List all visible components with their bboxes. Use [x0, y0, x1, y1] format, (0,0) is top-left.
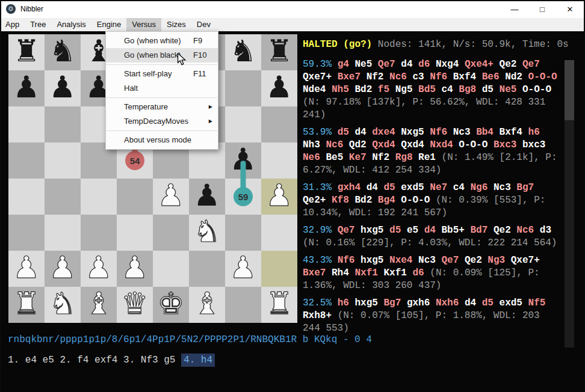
pv-move[interactable]: Nf5: [528, 298, 546, 308]
pv-move[interactable]: Ne5: [354, 59, 372, 70]
pv-move[interactable]: Nxg5: [401, 127, 424, 138]
pv-move[interactable]: d5: [383, 182, 395, 193]
pv-move[interactable]: Bxf4: [453, 72, 476, 82]
pv-move[interactable]: Nxg4: [436, 59, 459, 70]
pv-move[interactable]: Ne7: [430, 182, 447, 193]
pv-move[interactable]: Re1: [418, 152, 436, 163]
pv-move[interactable]: Nf6: [430, 127, 447, 138]
pv-move[interactable]: Qe2+: [303, 195, 326, 206]
pv-move[interactable]: c4: [453, 182, 465, 193]
close-button[interactable]: ✕: [556, 0, 584, 18]
menu-item-go-when-white-[interactable]: Go (when white)F9: [106, 34, 218, 48]
analysis-scrollbar-thumb[interactable]: [565, 60, 574, 120]
pv-move[interactable]: e5: [407, 225, 418, 236]
pv-move[interactable]: Qxe7+: [303, 72, 332, 82]
pv-move[interactable]: Qe7: [442, 255, 459, 266]
square-d4[interactable]: [117, 179, 153, 215]
menubar-item-analysis[interactable]: Analysis: [51, 18, 91, 31]
pv-move[interactable]: bxc3: [522, 139, 545, 150]
menu-item-go-when-black-[interactable]: Go (when black)F10: [106, 48, 218, 63]
square-e3[interactable]: [153, 215, 189, 251]
pv-move[interactable]: d3: [540, 225, 551, 236]
menu-item-halt[interactable]: Halt: [106, 81, 218, 96]
pv-move[interactable]: c4: [442, 84, 453, 95]
pv-move[interactable]: Nc3: [453, 127, 471, 138]
pv-move[interactable]: Qxe4+: [465, 59, 494, 70]
pv-move[interactable]: Nde4: [303, 84, 326, 95]
pv-move[interactable]: gxh4: [338, 182, 361, 193]
pv-move[interactable]: h6: [528, 127, 540, 138]
pv-move[interactable]: Qe7: [522, 59, 540, 70]
pv-move[interactable]: exd5: [500, 298, 522, 308]
pv-move[interactable]: Bd7: [471, 225, 488, 236]
pv-move[interactable]: Qxd4: [401, 139, 424, 150]
pv-move[interactable]: Ng5: [395, 84, 413, 95]
pv-move[interactable]: Nxd4: [430, 139, 453, 150]
pv-move[interactable]: Nc3: [494, 182, 511, 193]
square-g6[interactable]: [225, 106, 261, 142]
pv-move[interactable]: Qxd4: [372, 139, 395, 150]
pv-move[interactable]: O-O-O: [528, 72, 557, 82]
square-e2[interactable]: [153, 251, 189, 287]
pv-move[interactable]: Nh5: [332, 84, 349, 95]
menu-item-temperature[interactable]: Temperature▶: [106, 100, 218, 114]
pv-move[interactable]: d5: [482, 298, 494, 308]
pv-move[interactable]: Qe2: [494, 225, 511, 236]
pv-move[interactable]: Nh3: [303, 139, 320, 150]
pv-move[interactable]: O-O-O: [401, 195, 430, 206]
pv-move[interactable]: Bd5: [418, 84, 436, 95]
pv-move[interactable]: d4: [354, 127, 366, 138]
pv-move[interactable]: Nd2: [505, 72, 522, 82]
pv-move[interactable]: Qe2: [465, 255, 482, 266]
pv-move[interactable]: Rxh8+: [303, 310, 332, 321]
pv-move[interactable]: Bg7: [383, 298, 401, 308]
pv-move[interactable]: Kxf1: [383, 268, 406, 278]
square-a6[interactable]: [8, 106, 45, 142]
menubar-item-versus[interactable]: Versus: [126, 18, 161, 31]
square-b3[interactable]: [45, 215, 81, 251]
maximize-button[interactable]: □: [528, 0, 556, 18]
current-move[interactable]: 4. h4: [181, 354, 215, 367]
pv-move[interactable]: Nc3: [418, 255, 436, 266]
square-h6[interactable]: [261, 106, 297, 142]
pv-move[interactable]: d5: [389, 225, 401, 236]
pv-move[interactable]: d6: [412, 268, 424, 278]
pv-move[interactable]: Bxe7: [338, 72, 361, 82]
square-a3[interactable]: [8, 215, 45, 251]
pv-move[interactable]: Nc6: [516, 225, 534, 236]
pv-move[interactable]: d4: [465, 298, 476, 308]
pv-move[interactable]: Nf2: [372, 152, 389, 163]
analysis-scrollbar[interactable]: [565, 60, 574, 348]
pv-move[interactable]: Bd2: [354, 84, 372, 95]
menubar-item-sizes[interactable]: Sizes: [161, 18, 191, 31]
pv-move[interactable]: hxg5: [361, 255, 383, 266]
square-h2[interactable]: [261, 251, 297, 287]
pv-move[interactable]: Qd2: [349, 139, 367, 150]
minimize-button[interactable]: —: [501, 0, 528, 18]
pv-move[interactable]: Ne6: [303, 152, 320, 163]
square-a4[interactable]: [8, 179, 45, 215]
menubar-item-tree[interactable]: Tree: [25, 18, 51, 31]
pv-move[interactable]: Qe2: [500, 59, 517, 70]
square-g7[interactable]: [225, 70, 261, 106]
pv-move[interactable]: O-O-O: [459, 139, 488, 150]
pv-move[interactable]: exd5: [401, 182, 424, 193]
pv-move[interactable]: d4: [367, 182, 378, 193]
square-d3[interactable]: [117, 215, 153, 251]
pv-move[interactable]: Bb4: [476, 127, 494, 138]
pv-move[interactable]: Bxc3: [494, 139, 516, 150]
pv-move[interactable]: Nc6: [389, 72, 407, 82]
pv-move[interactable]: c3: [412, 72, 424, 82]
pv-move[interactable]: Nxe4: [389, 255, 412, 266]
pv-move[interactable]: Ne5: [500, 84, 517, 95]
pv-move[interactable]: hxg5: [361, 225, 383, 236]
pv-move[interactable]: gxh6: [407, 298, 430, 308]
square-f2[interactable]: [189, 251, 225, 287]
square-a5[interactable]: [8, 142, 45, 179]
pv-move[interactable]: Nxh6: [436, 298, 459, 308]
menubar-item-engine[interactable]: Engine: [91, 18, 126, 31]
pv-move[interactable]: Be5: [326, 152, 343, 163]
pv-move[interactable]: Ng6: [471, 182, 488, 193]
menu-item-start-self-play[interactable]: Start self-playF11: [106, 67, 218, 81]
pv-move[interactable]: g4: [338, 59, 349, 70]
